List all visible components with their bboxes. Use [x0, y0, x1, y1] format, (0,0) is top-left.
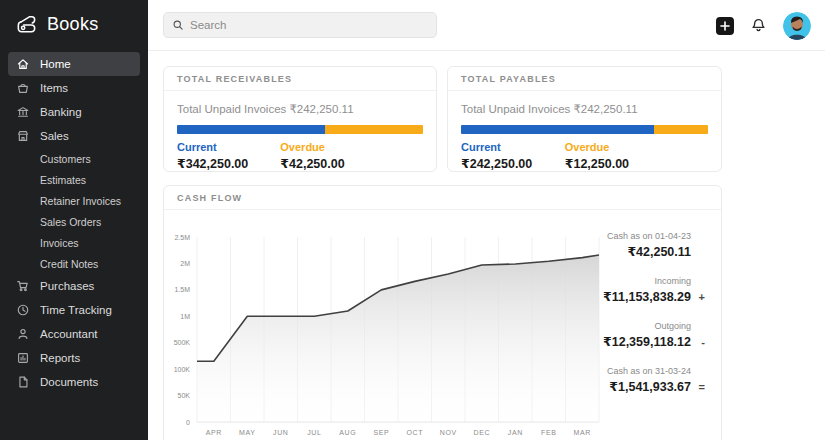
- svg-text:AUG: AUG: [339, 429, 356, 436]
- sidebar-item-label: Items: [40, 82, 68, 94]
- receivables-title: TOTAL RECEIVABLES: [164, 67, 436, 91]
- sidebar-item-invoices[interactable]: Invoices: [8, 232, 140, 253]
- store-icon: [16, 129, 30, 143]
- books-logo-icon: [14, 12, 39, 37]
- sidebar-item-purchases[interactable]: Purchases: [8, 274, 140, 298]
- sidebar-item-label: Banking: [40, 106, 82, 118]
- payables-current-segment: [461, 125, 654, 134]
- sidebar-item-documents[interactable]: Documents: [8, 370, 140, 394]
- sidebar-item-reports[interactable]: Reports: [8, 346, 140, 370]
- receivables-overdue-label: Overdue: [280, 141, 383, 153]
- sidebar-item-accountant[interactable]: Accountant: [8, 322, 140, 346]
- svg-text:100K: 100K: [174, 366, 191, 373]
- receivables-overdue-value: ₹42,250.00: [280, 156, 383, 171]
- sidebar-item-label: Documents: [40, 376, 98, 388]
- cash-flow-card: CASH FLOW 050K100K500K1M1.5M2M2.5MAPRMAY…: [163, 185, 722, 440]
- search-input[interactable]: [190, 19, 428, 31]
- stat-cash-as-on-01-04-23: Cash as on 01-04-23₹42,250.11: [555, 230, 705, 259]
- sidebar-item-sales-orders[interactable]: Sales Orders: [8, 211, 140, 232]
- svg-text:500K: 500K: [174, 339, 191, 346]
- stat-value: ₹1,541,933.67: [609, 379, 691, 394]
- stat-outgoing: Outgoing₹12,359,118.12-: [555, 320, 705, 349]
- sidebar-item-sales[interactable]: Sales: [8, 124, 140, 148]
- total-receivables-card[interactable]: TOTAL RECEIVABLES Total Unpaid Invoices …: [163, 66, 437, 172]
- topbar: [148, 0, 825, 51]
- sidebar-item-estimates[interactable]: Estimates: [8, 169, 140, 190]
- payables-overdue-value: ₹12,250.00: [565, 156, 669, 171]
- sidebar-item-label: Time Tracking: [40, 304, 112, 316]
- app-logo[interactable]: Books: [0, 0, 148, 46]
- receivables-bar: [177, 125, 423, 134]
- payables-current-value: ₹242,250.00: [461, 156, 565, 171]
- sidebar-nav: HomeItemsBankingSalesCustomersEstimatesR…: [0, 46, 148, 394]
- chart-icon: [16, 351, 30, 365]
- svg-text:NOV: NOV: [440, 429, 457, 436]
- quick-create-button[interactable]: [716, 17, 734, 35]
- svg-text:MAR: MAR: [574, 429, 591, 436]
- stat-operator: -: [691, 336, 705, 348]
- stat-value: ₹11,153,838.29: [603, 289, 691, 304]
- cash-flow-chart: 050K100K500K1M1.5M2M2.5MAPRMAYJUNJULAUGS…: [164, 224, 619, 439]
- stat-value: ₹42,250.11: [627, 244, 691, 259]
- payables-overdue-segment: [654, 125, 708, 134]
- sidebar-item-retainer-invoices[interactable]: Retainer Invoices: [8, 190, 140, 211]
- summary-cards: TOTAL RECEIVABLES Total Unpaid Invoices …: [163, 66, 722, 172]
- svg-text:0: 0: [186, 419, 190, 426]
- receivables-current-label: Current: [177, 141, 280, 153]
- bell-icon: [750, 17, 767, 34]
- sidebar: Books HomeItemsBankingSalesCustomersEsti…: [0, 0, 148, 440]
- svg-text:DEC: DEC: [474, 429, 491, 436]
- total-payables-card[interactable]: TOTAL PAYABLES Total Unpaid Invoices ₹24…: [447, 66, 722, 172]
- receivables-subtitle: Total Unpaid Invoices ₹242,250.11: [177, 102, 423, 116]
- sidebar-item-label: Home: [40, 58, 71, 70]
- svg-text:50K: 50K: [178, 392, 191, 399]
- person-icon: [16, 327, 30, 341]
- sidebar-item-label: Sales: [40, 130, 69, 142]
- svg-text:1.5M: 1.5M: [174, 286, 190, 293]
- stat-cash-as-on-31-03-24: Cash as on 31-03-24₹1,541,933.67=: [555, 365, 705, 394]
- cash-flow-title: CASH FLOW: [164, 186, 721, 210]
- stat-operator: +: [691, 291, 705, 303]
- receivables-current-value: ₹342,250.00: [177, 156, 280, 171]
- sidebar-item-label: Purchases: [40, 280, 94, 292]
- sidebar-item-label: Reports: [40, 352, 80, 364]
- svg-text:1M: 1M: [180, 313, 190, 320]
- sidebar-item-time-tracking[interactable]: Time Tracking: [8, 298, 140, 322]
- basket-icon: [16, 81, 30, 95]
- bank-icon: [16, 105, 30, 119]
- svg-text:SEP: SEP: [373, 429, 389, 436]
- sidebar-item-banking[interactable]: Banking: [8, 100, 140, 124]
- search-box[interactable]: [163, 12, 437, 38]
- stat-label: Cash as on 31-03-24: [555, 365, 705, 377]
- sidebar-item-items[interactable]: Items: [8, 76, 140, 100]
- notifications-button[interactable]: [750, 17, 767, 34]
- stat-value: ₹12,359,118.12: [603, 334, 691, 349]
- svg-text:MAY: MAY: [239, 429, 255, 436]
- stat-incoming: Incoming₹11,153,838.29+: [555, 275, 705, 304]
- cart-icon: [16, 279, 30, 293]
- svg-text:JUN: JUN: [273, 429, 288, 436]
- home-icon: [16, 57, 30, 71]
- clock-icon: [16, 303, 30, 317]
- payables-subtitle: Total Unpaid Invoices ₹242,250.11: [461, 102, 708, 116]
- payables-title: TOTAL PAYABLES: [448, 67, 721, 91]
- payables-overdue-label: Overdue: [565, 141, 669, 153]
- svg-text:2M: 2M: [180, 260, 190, 267]
- svg-text:2.5M: 2.5M: [174, 234, 190, 241]
- doc-icon: [16, 375, 30, 389]
- stat-label: Cash as on 01-04-23: [555, 230, 705, 242]
- search-icon: [172, 19, 184, 31]
- zoho-books-dashboard: { "app": { "name": "Books" }, "topbar": …: [0, 0, 825, 440]
- app-title: Books: [47, 14, 99, 35]
- user-avatar[interactable]: [783, 12, 811, 40]
- svg-text:JAN: JAN: [508, 429, 523, 436]
- payables-bar: [461, 125, 708, 134]
- sidebar-item-customers[interactable]: Customers: [8, 148, 140, 169]
- receivables-overdue-segment: [325, 125, 423, 134]
- sidebar-item-credit-notes[interactable]: Credit Notes: [8, 253, 140, 274]
- svg-text:FEB: FEB: [541, 429, 556, 436]
- cash-flow-stats: Cash as on 01-04-23₹42,250.11Incoming₹11…: [555, 230, 705, 410]
- stat-label: Incoming: [555, 275, 705, 287]
- sidebar-item-home[interactable]: Home: [8, 52, 140, 76]
- stat-operator: =: [691, 381, 705, 393]
